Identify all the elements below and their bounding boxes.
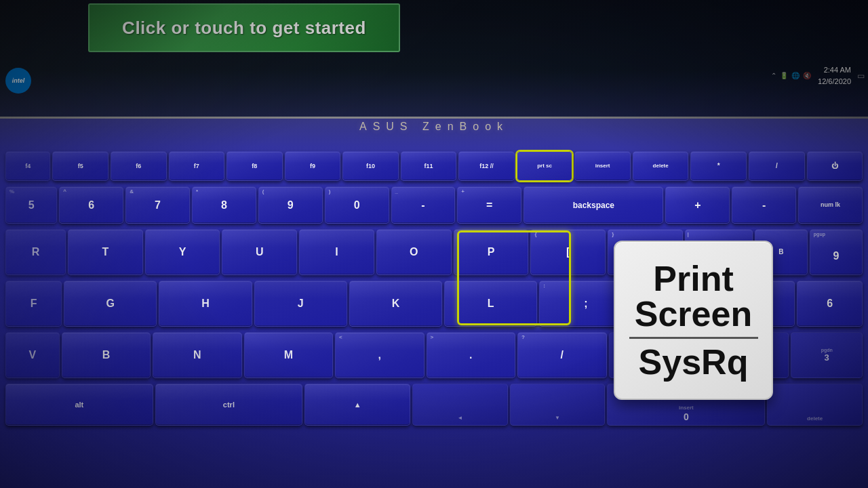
key-num-lock[interactable]: num lk — [798, 186, 863, 224]
key-f4[interactable]: f4 — [5, 151, 50, 181]
key-m[interactable]: M — [244, 332, 333, 378]
key-delete-fn[interactable]: delete — [633, 151, 689, 181]
key-paren-0[interactable]: ) 0 — [325, 186, 389, 224]
key-numpad-arrow-left[interactable]: ◄ — [412, 384, 508, 426]
fn-key-row: f4 f5 f6 f7 f8 f9 f10 f11 f12 // prt sc — [5, 151, 863, 181]
key-f11[interactable]: f11 — [401, 151, 457, 181]
key-numpad-9[interactable]: pgup 9 — [810, 229, 863, 275]
prtsc-callout-box: Print Screen SysRq — [614, 241, 773, 400]
key-f6[interactable]: f6 — [111, 151, 167, 181]
tray-chevron-icon: ⌃ — [771, 72, 776, 79]
key-k[interactable]: K — [349, 281, 442, 327]
callout-line2: Screen — [635, 296, 752, 331]
key-prtsc-fn[interactable]: prt sc — [517, 151, 573, 181]
key-slash-fn[interactable]: / — [749, 151, 805, 181]
key-ctrl[interactable]: ctrl — [155, 384, 303, 426]
key-period[interactable]: > . — [427, 332, 515, 378]
key-f9[interactable]: f9 — [285, 151, 341, 181]
key-o[interactable]: O — [376, 229, 452, 275]
key-numpad-minus[interactable]: - — [732, 186, 796, 224]
key-f5[interactable]: f5 — [52, 151, 108, 181]
key-power[interactable]: ⏻ — [807, 151, 863, 181]
key-h[interactable]: H — [159, 281, 252, 327]
laptop-screen: intel Click or touch to get started ⌃ 🔋 … — [0, 0, 868, 119]
battery-icon: 🔋 — [780, 72, 788, 79]
key-t[interactable]: T — [68, 229, 143, 275]
callout-divider — [629, 337, 758, 339]
key-backspace[interactable]: backspace — [524, 186, 663, 224]
key-f12[interactable]: f12 // — [458, 151, 515, 181]
callout-line1: Print — [653, 261, 733, 296]
key-u[interactable]: U — [222, 229, 297, 275]
key-minus[interactable]: _ - — [391, 186, 456, 224]
key-numpad-6[interactable]: 6 — [797, 281, 863, 327]
key-numpad-delete[interactable]: delete — [767, 384, 863, 426]
key-star-8[interactable]: * 8 — [192, 186, 256, 224]
key-asterisk-fn[interactable]: * — [690, 151, 747, 181]
key-numpad-arrow-down[interactable]: ▼ — [510, 384, 606, 426]
volume-icon: 🔇 — [803, 72, 811, 79]
callout-line3: SysRq — [639, 344, 749, 380]
key-insert-fn[interactable]: insert — [574, 151, 631, 181]
key-f7[interactable]: f7 — [169, 151, 225, 181]
key-fslash[interactable]: ? / — [517, 332, 606, 378]
key-f10[interactable]: f10 — [342, 151, 399, 181]
system-tray: ⌃ 🔋 🌐 🔇 2:44 AM 12/6/2020 ▭ — [771, 64, 865, 87]
key-g[interactable]: G — [64, 281, 157, 327]
key-b[interactable]: B — [62, 332, 151, 378]
key-v[interactable]: V — [5, 332, 60, 378]
key-n[interactable]: N — [153, 332, 241, 378]
key-caret-6[interactable]: ^ 6 — [59, 186, 123, 224]
key-y[interactable]: Y — [145, 229, 220, 275]
network-icon: 🌐 — [791, 72, 800, 79]
key-f[interactable]: F — [5, 281, 62, 327]
key-f8[interactable]: f8 — [226, 151, 283, 181]
key-paren-9[interactable]: ( 9 — [258, 186, 323, 224]
key-equals[interactable]: + = — [457, 186, 521, 224]
brand-label: ASUS ZenBook — [359, 121, 509, 133]
key-amp-7[interactable]: & 7 — [125, 186, 190, 224]
key-comma[interactable]: < , — [335, 332, 424, 378]
key-highlight-box — [457, 230, 571, 325]
key-i[interactable]: I — [299, 229, 374, 275]
key-j[interactable]: J — [254, 281, 347, 327]
key-numpad-plus[interactable]: + — [665, 186, 730, 224]
intel-logo: intel — [5, 68, 31, 94]
notifications-icon: ▭ — [857, 71, 865, 81]
date-text: 12/6/2020 — [818, 76, 851, 87]
key-alt[interactable]: alt — [5, 384, 153, 426]
time-text: 2:44 AM — [818, 64, 851, 76]
click-to-start-banner[interactable]: Click or touch to get started — [88, 3, 400, 52]
number-key-row: % 5 ^ 6 & 7 * 8 ( 9 ) 0 _ - + = — [5, 186, 863, 224]
banner-text: Click or touch to get started — [122, 18, 366, 39]
key-arrow-up[interactable]: ▲ — [304, 384, 410, 426]
key-percent-5[interactable]: % 5 — [5, 186, 57, 224]
key-r[interactable]: R — [5, 229, 66, 275]
clock-display: 2:44 AM 12/6/2020 — [818, 64, 851, 87]
key-numpad-3[interactable]: pgdn 3 — [791, 332, 863, 378]
